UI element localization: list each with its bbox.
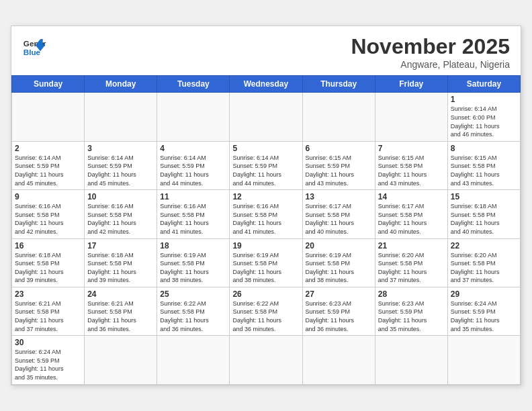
empty-cell bbox=[85, 336, 157, 384]
day-24: 24 Sunrise: 6:21 AMSunset: 5:58 PMDaylig… bbox=[85, 287, 157, 335]
day-10: 10 Sunrise: 6:16 AMSunset: 5:58 PMDaylig… bbox=[85, 190, 157, 238]
day-29: 29 Sunrise: 6:24 AMSunset: 5:59 PMDaylig… bbox=[447, 287, 520, 335]
calendar-header: General Blue November 2025 Angware, Plat… bbox=[11, 26, 521, 75]
month-title: November 2025 bbox=[351, 34, 510, 59]
empty-cell bbox=[447, 336, 520, 384]
logo-icon: General Blue bbox=[22, 34, 46, 58]
day-27: 27 Sunrise: 6:23 AMSunset: 5:59 PMDaylig… bbox=[302, 287, 375, 335]
weekday-header-row: Sunday Monday Tuesday Wednesday Thursday… bbox=[12, 76, 521, 93]
day-17: 17 Sunrise: 6:18 AMSunset: 5:58 PMDaylig… bbox=[85, 238, 157, 287]
day-9: 9 Sunrise: 6:16 AMSunset: 5:58 PMDayligh… bbox=[12, 190, 85, 238]
empty-cell bbox=[230, 336, 302, 384]
day-18: 18 Sunrise: 6:19 AMSunset: 5:58 PMDaylig… bbox=[157, 238, 230, 287]
header-wednesday: Wednesday bbox=[230, 76, 302, 93]
day-14: 14 Sunrise: 6:17 AMSunset: 5:58 PMDaylig… bbox=[375, 190, 447, 238]
empty-cell bbox=[302, 336, 375, 384]
empty-cell bbox=[302, 93, 375, 141]
day-4: 4 Sunrise: 6:14 AMSunset: 5:59 PMDayligh… bbox=[157, 141, 230, 189]
svg-text:Blue: Blue bbox=[24, 48, 41, 56]
header-thursday: Thursday bbox=[302, 76, 375, 93]
header-sunday: Sunday bbox=[12, 76, 85, 93]
day-16: 16 Sunrise: 6:18 AMSunset: 5:58 PMDaylig… bbox=[12, 238, 85, 287]
day-8: 8 Sunrise: 6:15 AMSunset: 5:58 PMDayligh… bbox=[447, 141, 520, 189]
day-22: 22 Sunrise: 6:20 AMSunset: 5:58 PMDaylig… bbox=[447, 238, 520, 287]
empty-cell bbox=[375, 336, 447, 384]
day-28: 28 Sunrise: 6:23 AMSunset: 5:59 PMDaylig… bbox=[375, 287, 447, 335]
header-saturday: Saturday bbox=[447, 76, 520, 93]
empty-cell bbox=[375, 93, 447, 141]
day-1: 1 Sunrise: 6:14 AMSunset: 6:00 PMDayligh… bbox=[447, 93, 520, 141]
empty-cell bbox=[157, 336, 230, 384]
day-13: 13 Sunrise: 6:17 AMSunset: 5:58 PMDaylig… bbox=[302, 190, 375, 238]
location: Angware, Plateau, Nigeria bbox=[351, 59, 510, 70]
empty-cell bbox=[85, 93, 157, 141]
day-30: 30 Sunrise: 6:24 AMSunset: 5:59 PMDaylig… bbox=[12, 336, 85, 384]
day-19: 19 Sunrise: 6:19 AMSunset: 5:58 PMDaylig… bbox=[230, 238, 302, 287]
day-26: 26 Sunrise: 6:22 AMSunset: 5:58 PMDaylig… bbox=[230, 287, 302, 335]
day-21: 21 Sunrise: 6:20 AMSunset: 5:58 PMDaylig… bbox=[375, 238, 447, 287]
calendar-table: Sunday Monday Tuesday Wednesday Thursday… bbox=[11, 75, 521, 384]
empty-cell bbox=[157, 93, 230, 141]
day-20: 20 Sunrise: 6:19 AMSunset: 5:58 PMDaylig… bbox=[302, 238, 375, 287]
header-tuesday: Tuesday bbox=[157, 76, 230, 93]
week-row-5: 23 Sunrise: 6:21 AMSunset: 5:58 PMDaylig… bbox=[12, 287, 521, 335]
day-3: 3 Sunrise: 6:14 AMSunset: 5:59 PMDayligh… bbox=[85, 141, 157, 189]
week-row-2: 2 Sunrise: 6:14 AMSunset: 5:59 PMDayligh… bbox=[12, 141, 521, 189]
day-6: 6 Sunrise: 6:15 AMSunset: 5:59 PMDayligh… bbox=[302, 141, 375, 189]
week-row-6: 30 Sunrise: 6:24 AMSunset: 5:59 PMDaylig… bbox=[12, 336, 521, 384]
day-11: 11 Sunrise: 6:16 AMSunset: 5:58 PMDaylig… bbox=[157, 190, 230, 238]
header-monday: Monday bbox=[85, 76, 157, 93]
empty-cell bbox=[230, 93, 302, 141]
day-25: 25 Sunrise: 6:22 AMSunset: 5:58 PMDaylig… bbox=[157, 287, 230, 335]
day-15: 15 Sunrise: 6:18 AMSunset: 5:58 PMDaylig… bbox=[447, 190, 520, 238]
empty-cell bbox=[12, 93, 85, 141]
header-friday: Friday bbox=[375, 76, 447, 93]
week-row-3: 9 Sunrise: 6:16 AMSunset: 5:58 PMDayligh… bbox=[12, 190, 521, 238]
day-5: 5 Sunrise: 6:14 AMSunset: 5:59 PMDayligh… bbox=[230, 141, 302, 189]
week-row-1: 1 Sunrise: 6:14 AMSunset: 6:00 PMDayligh… bbox=[12, 93, 521, 141]
logo: General Blue bbox=[22, 34, 46, 58]
title-block: November 2025 Angware, Plateau, Nigeria bbox=[351, 34, 510, 70]
calendar-container: General Blue November 2025 Angware, Plat… bbox=[11, 26, 521, 385]
day-2: 2 Sunrise: 6:14 AMSunset: 5:59 PMDayligh… bbox=[12, 141, 85, 189]
day-7: 7 Sunrise: 6:15 AMSunset: 5:58 PMDayligh… bbox=[375, 141, 447, 189]
day-23: 23 Sunrise: 6:21 AMSunset: 5:58 PMDaylig… bbox=[12, 287, 85, 335]
week-row-4: 16 Sunrise: 6:18 AMSunset: 5:58 PMDaylig… bbox=[12, 238, 521, 287]
day-12: 12 Sunrise: 6:16 AMSunset: 5:58 PMDaylig… bbox=[230, 190, 302, 238]
